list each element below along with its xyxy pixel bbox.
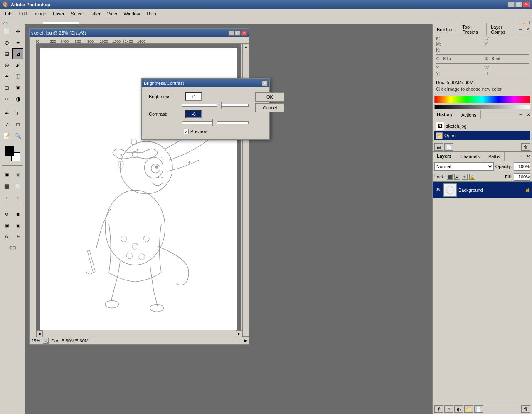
eraser-tool[interactable]: ◻ xyxy=(1,82,12,93)
history-panel-close[interactable]: ✕ xyxy=(525,111,532,119)
history-delete-button[interactable]: 🗑 xyxy=(521,143,530,151)
full-screen-mode[interactable]: ⬜ xyxy=(12,181,23,192)
layer-new-button[interactable]: 📄 xyxy=(474,405,483,413)
doc-forward-btn[interactable]: ▶ xyxy=(244,338,247,343)
history-new-snapshot-button[interactable]: 📷 xyxy=(434,143,443,151)
move-tool[interactable]: ✛ xyxy=(12,26,23,37)
menu-window[interactable]: Window xyxy=(121,10,143,17)
clone-stamp-tool[interactable]: ✦ xyxy=(1,71,12,82)
menu-file[interactable]: File xyxy=(2,10,16,17)
shape-tool[interactable]: □ xyxy=(12,119,23,130)
bc-close-button[interactable]: ✕ xyxy=(262,81,268,86)
path-select-tool[interactable]: ↗ xyxy=(1,119,12,130)
color-gradient-bar[interactable] xyxy=(434,96,530,103)
extra-tools-3[interactable]: ▣ xyxy=(1,220,12,231)
extra-tools-5[interactable]: ⊙ xyxy=(1,231,12,242)
zoom-btn[interactable]: 🔍 xyxy=(43,338,49,344)
extra-tools-6[interactable]: ⊕ xyxy=(12,231,23,242)
layer-visibility-eye[interactable]: 👁 xyxy=(434,186,442,194)
brightness-value[interactable]: +1 xyxy=(185,92,202,101)
magic-wand-tool[interactable]: ✦ xyxy=(12,37,23,48)
pen-tool[interactable]: ✒ xyxy=(1,108,12,119)
extra-tools-1[interactable]: ⊙ xyxy=(1,208,12,219)
bc-ok-button[interactable]: OK xyxy=(255,92,284,102)
text-tool[interactable]: T xyxy=(12,108,23,119)
extra-tools-7[interactable]: ⊞⊟ xyxy=(1,242,24,253)
rectangular-marquee-tool[interactable]: ⬜ xyxy=(1,26,12,37)
contrast-value[interactable]: -8 xyxy=(185,110,202,118)
blend-mode-select[interactable]: Normal xyxy=(434,162,494,171)
tab-layers[interactable]: Layers xyxy=(433,152,456,161)
fill-input[interactable] xyxy=(514,173,530,181)
standard-screen-mode[interactable]: ⬛ xyxy=(1,181,12,192)
doc-restore-button[interactable]: □ xyxy=(235,30,241,36)
maximize-button[interactable]: □ xyxy=(515,2,522,7)
menu-help[interactable]: Help xyxy=(143,10,160,17)
layer-adjustment-button[interactable]: ◐ xyxy=(454,405,463,413)
contrast-slider-track[interactable] xyxy=(182,121,249,124)
layer-mask-button[interactable]: ○ xyxy=(444,405,453,413)
layer-group-button[interactable]: 📁 xyxy=(464,405,473,413)
dodge-tool[interactable]: ○ xyxy=(1,93,12,104)
quick-mask-off[interactable]: ▣ xyxy=(1,169,12,180)
scroll-right-button[interactable]: ► xyxy=(236,330,242,337)
contrast-slider-thumb[interactable] xyxy=(212,119,217,126)
close-button[interactable]: ✕ xyxy=(523,2,530,7)
history-panel-minimize[interactable]: ─ xyxy=(517,111,525,119)
notes-tool[interactable]: 📝 xyxy=(1,130,12,141)
menu-filter[interactable]: Filter xyxy=(87,10,103,17)
layers-panel-close[interactable]: ✕ xyxy=(525,153,532,160)
opacity-input[interactable] xyxy=(514,162,530,171)
foreground-color-swatch[interactable] xyxy=(5,146,14,156)
extra-tools-4[interactable]: ▣ xyxy=(12,220,23,231)
tab-actions[interactable]: Actions xyxy=(457,110,481,119)
brush-tool[interactable]: 🖌 xyxy=(12,59,23,70)
background-layer[interactable]: 👁 Background 🔒 xyxy=(433,182,532,198)
brightness-slider-track[interactable] xyxy=(182,104,249,107)
burn-tool[interactable]: ◑ xyxy=(12,93,23,104)
tab-channels[interactable]: Channels xyxy=(456,152,484,161)
layers-panel-minimize[interactable]: ─ xyxy=(517,153,525,160)
gradient-tool[interactable]: ▣ xyxy=(12,82,23,93)
scroll-left-button[interactable]: ◄ xyxy=(36,330,43,337)
menu-layer[interactable]: Layer xyxy=(49,10,68,17)
lock-position[interactable]: ✛ xyxy=(462,174,468,180)
brightness-slider-thumb[interactable] xyxy=(217,102,222,109)
gray-gradient-bar[interactable] xyxy=(434,105,530,109)
layer-delete-button[interactable]: 🗑 xyxy=(521,405,530,413)
horizontal-scrollbar[interactable]: ◄ ► xyxy=(36,330,242,337)
quick-mask-on[interactable]: ▣ xyxy=(12,169,23,180)
doc-close-button[interactable]: ✕ xyxy=(241,30,247,36)
extra-tools-2[interactable]: ▣ xyxy=(12,208,23,219)
scroll-up-button[interactable]: ▲ xyxy=(243,44,249,50)
bc-cancel-button[interactable]: Cancel xyxy=(255,103,284,112)
doc-minimize-button[interactable]: ─ xyxy=(228,30,234,36)
lock-all[interactable]: 🔒 xyxy=(469,174,475,180)
history-brush-tool[interactable]: ◫ xyxy=(12,71,23,82)
tab-history[interactable]: History xyxy=(433,110,457,119)
eyedropper-tool[interactable]: ⊿ xyxy=(12,48,23,59)
preview-checkbox[interactable]: ✓ xyxy=(184,129,189,134)
crop-tool[interactable]: ⊞ xyxy=(1,48,12,59)
tab-tool-presets[interactable]: Tool Presets xyxy=(458,23,487,36)
menu-image[interactable]: Image xyxy=(30,10,50,17)
menu-view[interactable]: View xyxy=(104,10,121,17)
lasso-tool[interactable]: ⊙ xyxy=(1,37,12,48)
history-new-state-button[interactable]: 📄 xyxy=(444,143,453,151)
tab-layer-comps[interactable]: Layer Comps xyxy=(487,23,517,36)
lock-transparent-pixels[interactable]: ⬛ xyxy=(447,174,453,180)
top-panel-minimize[interactable]: ─ xyxy=(517,26,524,33)
menu-edit[interactable]: Edit xyxy=(16,10,30,17)
tab-paths[interactable]: Paths xyxy=(484,152,505,161)
history-item-open[interactable]: 📂 Open xyxy=(434,131,530,140)
lock-image-pixels[interactable]: 🖌 xyxy=(454,174,460,180)
menu-select[interactable]: Select xyxy=(68,10,87,17)
minimize-button[interactable]: ─ xyxy=(508,2,515,7)
healing-brush-tool[interactable]: ⊕ xyxy=(1,59,12,70)
screen-mode3[interactable]: ▪ xyxy=(12,192,23,203)
zoom-tool[interactable]: 🔍 xyxy=(12,130,23,141)
top-panel-close[interactable]: ✕ xyxy=(525,26,531,33)
tab-brushes[interactable]: Brushes xyxy=(433,26,458,33)
layer-styles-button[interactable]: ƒ xyxy=(434,405,443,413)
change-screen-mode[interactable]: ▪ xyxy=(1,192,12,203)
